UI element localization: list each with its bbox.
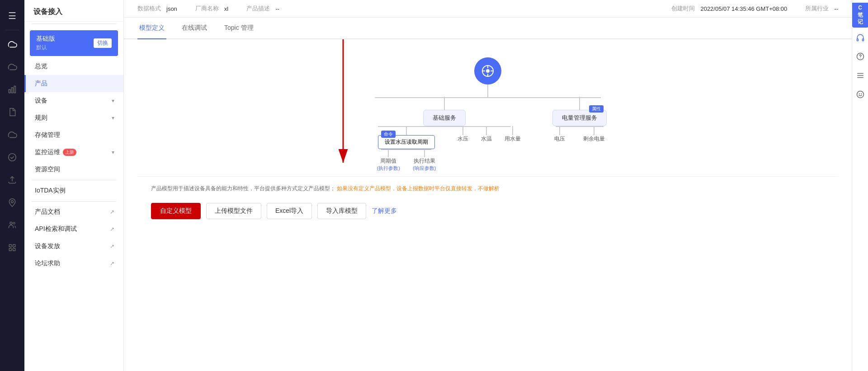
info-item-industry: 所属行业 -- — [805, 5, 838, 13]
tab-debug[interactable]: 在线调试 — [180, 18, 209, 39]
info-bar: 数据格式 json 厂商名称 xl 产品描述 -- 创建时间 2022/05/0… — [124, 0, 852, 18]
sidebar-item-label-monitor: 监控运维 — [35, 148, 60, 156]
param2-label: 执行结果 (响应参数) — [413, 157, 436, 172]
wu-label: 用水量 — [505, 135, 521, 143]
sidebar-divider — [32, 23, 116, 24]
v-label: 电压 — [554, 135, 565, 143]
tab-topic[interactable]: Topic 管理 — [222, 18, 255, 39]
prop-water-temp: 水温 — [475, 126, 498, 172]
desc-main: 产品模型用于描述设备具备的能力和特性，平台提供多种方式定义产品模型； — [151, 185, 335, 192]
upload-icon[interactable] — [0, 169, 24, 190]
sidebar-item-label-product: 产品 — [35, 80, 47, 88]
power-service-label: 电量管理服务 — [562, 114, 597, 121]
wp-top-line — [462, 126, 463, 135]
sidebar-item-device-pub[interactable]: 设备发放 ↗ — [24, 238, 123, 255]
chart-icon[interactable] — [0, 79, 24, 100]
root-connector — [487, 85, 488, 97]
external-link-icon-doc: ↗ — [110, 209, 114, 215]
new-badge: 上新 — [63, 149, 76, 156]
cloud-icon[interactable] — [0, 34, 24, 55]
info-item-desc: 产品描述 -- — [246, 5, 279, 13]
sidebar-item-storage[interactable]: 存储管理 — [24, 127, 123, 144]
list-tool[interactable] — [852, 66, 868, 85]
sidebar-item-label-device-pub: 设备发放 — [35, 242, 60, 250]
command-section: 命令 设置水压读取周期 周期值 — [362, 126, 452, 172]
wt-label: 水温 — [481, 135, 492, 143]
rp-top-line — [594, 126, 594, 135]
sidebar-item-label-iotda: IoTDA实例 — [35, 187, 66, 195]
sidebar-item-api[interactable]: API检索和调试 ↗ — [24, 221, 123, 238]
help-tool[interactable] — [852, 47, 868, 66]
tree-container: 基础服务 命令 设置 — [137, 48, 838, 176]
sidebar-item-monitor[interactable]: 监控运维 上新 ▾ — [24, 144, 123, 161]
question-icon — [856, 52, 864, 61]
svg-point-5 — [10, 222, 12, 224]
headset-tool[interactable] — [852, 28, 868, 47]
info-value-created: 2022/05/07 14:35:46 GMT+08:00 — [700, 5, 787, 12]
cloud3-icon[interactable] — [0, 124, 24, 145]
sidebar-item-device[interactable]: 设备 ▾ — [24, 92, 123, 109]
menu-icon[interactable]: ☰ — [0, 5, 24, 27]
info-label-created: 创建时间 — [671, 5, 695, 13]
desc-highlight: 如果没有定义产品模型，设备上报数据时平台仅直接转发，不做解析 — [337, 185, 500, 192]
info-value-industry: -- — [834, 5, 838, 12]
svg-point-27 — [859, 93, 859, 94]
notes-label: C笔记 — [858, 5, 863, 26]
basic-service-children: 命令 设置水压读取周期 周期值 — [362, 126, 528, 172]
power-service-box: 属性 电量管理服务 — [552, 110, 607, 126]
learn-more-button[interactable]: 了解更多 — [372, 207, 397, 215]
info-label-vendor: 厂商名称 — [195, 5, 219, 13]
version-block[interactable]: 基础版 默认 切换 — [30, 30, 118, 56]
wp-label: 水压 — [458, 135, 468, 143]
param1-col: 周期值 (执行参数) — [371, 149, 406, 172]
excel-import-button[interactable]: Excel导入 — [267, 203, 312, 219]
diagram-area: 基础服务 命令 设置 — [124, 39, 852, 371]
prop-voltage: 电压 — [545, 126, 574, 143]
notes-tool[interactable]: C笔记 — [852, 3, 868, 28]
info-label-format: 数据格式 — [137, 5, 161, 13]
emoji-tool[interactable] — [852, 85, 868, 103]
svg-point-26 — [857, 91, 863, 98]
sidebar-divider2 — [32, 180, 116, 180]
sidebar-item-label-forum: 论坛求助 — [35, 259, 60, 268]
sidebar-item-iotda[interactable]: IoTDA实例 — [24, 182, 123, 199]
cmd-top-line — [406, 126, 407, 135]
tab-model[interactable]: 模型定义 — [137, 18, 166, 39]
location-icon[interactable] — [0, 192, 24, 213]
file-icon[interactable] — [0, 102, 24, 122]
power-props: 电压 剩余电量 — [545, 126, 614, 143]
version-name: 基础版 — [36, 35, 55, 43]
custom-model-button[interactable]: 自定义模型 — [151, 203, 201, 219]
sidebar-item-label-product-doc: 产品文档 — [35, 208, 60, 216]
basic-service-section: 基础服务 命令 设置 — [362, 97, 528, 172]
param1-top-line — [388, 149, 389, 157]
sidebar-item-product[interactable]: 产品 — [24, 75, 123, 92]
info-item-created: 创建时间 2022/05/07 14:35:46 GMT+08:00 — [671, 5, 787, 13]
attr-badge: 属性 — [589, 105, 604, 113]
icon-bar-divider — [5, 30, 19, 30]
cloud4-icon[interactable] — [0, 147, 24, 168]
headset-icon — [856, 33, 864, 42]
puzzle-icon[interactable] — [0, 237, 24, 258]
svg-rect-2 — [14, 86, 15, 93]
sidebar-item-rules[interactable]: 规则 ▾ — [24, 109, 123, 127]
button-area: 自定义模型 上传模型文件 Excel导入 导入库模型 了解更多 — [137, 197, 838, 226]
sidebar-item-overview[interactable]: 总览 — [24, 58, 123, 75]
switch-button[interactable]: 切换 — [94, 38, 112, 48]
v-top-line — [559, 126, 560, 135]
wt-top-line — [486, 126, 487, 135]
sidebar-item-product-doc[interactable]: 产品文档 ↗ — [24, 203, 123, 221]
wu-top-line — [512, 126, 513, 135]
svg-rect-20 — [862, 39, 863, 41]
cloud2-icon[interactable] — [0, 56, 24, 77]
upload-model-button[interactable]: 上传模型文件 — [206, 203, 261, 219]
users-icon[interactable] — [0, 215, 24, 235]
sidebar-item-resource[interactable]: 资源空间 — [24, 161, 123, 178]
rp-label: 剩余电量 — [583, 135, 605, 143]
info-value-desc: -- — [275, 5, 279, 12]
chevron-down-icon-monitor: ▾ — [112, 149, 114, 155]
sidebar-item-forum[interactable]: 论坛求助 ↗ — [24, 255, 123, 272]
sidebar-item-label-overview: 总览 — [35, 62, 47, 70]
library-import-button[interactable]: 导入库模型 — [317, 203, 366, 219]
tabs-bar: 模型定义 在线调试 Topic 管理 — [124, 18, 852, 39]
